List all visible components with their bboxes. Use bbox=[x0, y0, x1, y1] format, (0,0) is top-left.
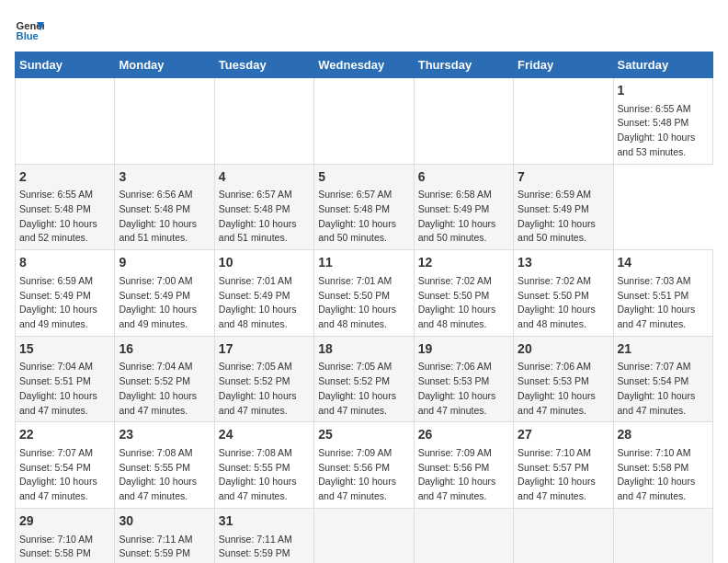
day-info: Sunrise: 7:05 AM Sunset: 5:52 PM Dayligh… bbox=[318, 360, 409, 418]
day-info: Sunrise: 7:08 AM Sunset: 5:55 PM Dayligh… bbox=[119, 446, 210, 504]
cell-3-6: 21Sunrise: 7:07 AM Sunset: 5:54 PM Dayli… bbox=[613, 336, 712, 422]
day-info: Sunrise: 6:59 AM Sunset: 5:49 PM Dayligh… bbox=[19, 274, 110, 332]
day-info: Sunrise: 7:09 AM Sunset: 5:56 PM Dayligh… bbox=[318, 446, 409, 504]
day-number: 4 bbox=[219, 168, 310, 187]
cell-1-4: 6Sunrise: 6:58 AM Sunset: 5:49 PM Daylig… bbox=[414, 164, 513, 250]
day-info: Sunrise: 6:57 AM Sunset: 5:48 PM Dayligh… bbox=[318, 188, 409, 246]
day-number: 8 bbox=[19, 254, 110, 272]
day-number: 15 bbox=[19, 340, 110, 359]
cell-0-6: 1Sunrise: 6:55 AM Sunset: 5:48 PM Daylig… bbox=[613, 78, 712, 165]
day-number: 18 bbox=[318, 340, 409, 359]
col-wednesday: Wednesday bbox=[314, 52, 414, 78]
day-number: 22 bbox=[19, 426, 110, 444]
day-number: 14 bbox=[618, 254, 709, 272]
calendar-table: Sunday Monday Tuesday Wednesday Thursday… bbox=[15, 52, 713, 563]
day-info: Sunrise: 7:02 AM Sunset: 5:50 PM Dayligh… bbox=[418, 274, 509, 332]
cell-4-5: 27Sunrise: 7:10 AM Sunset: 5:57 PM Dayli… bbox=[514, 422, 613, 509]
day-number: 7 bbox=[518, 168, 609, 187]
logo: General Blue bbox=[15, 15, 48, 44]
col-saturday: Saturday bbox=[613, 52, 712, 78]
day-number: 28 bbox=[618, 426, 709, 444]
cell-1-2: 4Sunrise: 6:57 AM Sunset: 5:48 PM Daylig… bbox=[214, 164, 313, 250]
week-row-0: 1Sunrise: 6:55 AM Sunset: 5:48 PM Daylig… bbox=[16, 78, 713, 165]
day-number: 30 bbox=[119, 512, 210, 531]
cell-2-6: 14Sunrise: 7:03 AM Sunset: 5:51 PM Dayli… bbox=[613, 250, 712, 337]
day-number: 16 bbox=[119, 340, 210, 359]
week-row-1: 2Sunrise: 6:55 AM Sunset: 5:48 PM Daylig… bbox=[16, 164, 713, 250]
day-number: 21 bbox=[618, 340, 709, 359]
col-tuesday: Tuesday bbox=[214, 52, 313, 78]
cell-0-1 bbox=[115, 78, 214, 165]
cell-5-4 bbox=[414, 508, 513, 563]
cell-3-4: 19Sunrise: 7:06 AM Sunset: 5:53 PM Dayli… bbox=[414, 336, 513, 422]
day-number: 27 bbox=[518, 426, 609, 444]
day-number: 17 bbox=[219, 340, 310, 359]
day-info: Sunrise: 7:04 AM Sunset: 5:51 PM Dayligh… bbox=[19, 360, 110, 418]
day-info: Sunrise: 6:59 AM Sunset: 5:49 PM Dayligh… bbox=[518, 188, 609, 246]
cell-4-4: 26Sunrise: 7:09 AM Sunset: 5:56 PM Dayli… bbox=[414, 422, 513, 509]
cell-3-3: 18Sunrise: 7:05 AM Sunset: 5:52 PM Dayli… bbox=[314, 336, 414, 422]
week-row-3: 15Sunrise: 7:04 AM Sunset: 5:51 PM Dayli… bbox=[16, 336, 713, 422]
cell-5-6 bbox=[613, 508, 712, 563]
day-number: 31 bbox=[219, 512, 310, 531]
page-header: General Blue bbox=[15, 15, 713, 44]
cell-4-0: 22Sunrise: 7:07 AM Sunset: 5:54 PM Dayli… bbox=[16, 422, 115, 509]
day-number: 25 bbox=[318, 426, 409, 444]
cell-1-0: 2Sunrise: 6:55 AM Sunset: 5:48 PM Daylig… bbox=[16, 164, 115, 250]
day-info: Sunrise: 7:10 AM Sunset: 5:57 PM Dayligh… bbox=[518, 446, 609, 504]
cell-2-1: 9Sunrise: 7:00 AM Sunset: 5:49 PM Daylig… bbox=[115, 250, 214, 337]
cell-1-1: 3Sunrise: 6:56 AM Sunset: 5:48 PM Daylig… bbox=[115, 164, 214, 250]
day-number: 13 bbox=[518, 254, 609, 272]
cell-3-5: 20Sunrise: 7:06 AM Sunset: 5:53 PM Dayli… bbox=[514, 336, 613, 422]
week-row-5: 29Sunrise: 7:10 AM Sunset: 5:58 PM Dayli… bbox=[16, 508, 713, 563]
cell-2-4: 12Sunrise: 7:02 AM Sunset: 5:50 PM Dayli… bbox=[414, 250, 513, 337]
cell-0-4 bbox=[414, 78, 513, 165]
cell-2-2: 10Sunrise: 7:01 AM Sunset: 5:49 PM Dayli… bbox=[214, 250, 313, 337]
calendar-body: 1Sunrise: 6:55 AM Sunset: 5:48 PM Daylig… bbox=[16, 78, 713, 564]
day-info: Sunrise: 7:00 AM Sunset: 5:49 PM Dayligh… bbox=[119, 274, 210, 332]
day-info: Sunrise: 7:04 AM Sunset: 5:52 PM Dayligh… bbox=[119, 360, 210, 418]
day-number: 2 bbox=[19, 168, 110, 187]
day-number: 29 bbox=[19, 512, 110, 531]
cell-2-5: 13Sunrise: 7:02 AM Sunset: 5:50 PM Dayli… bbox=[514, 250, 613, 337]
day-info: Sunrise: 7:11 AM Sunset: 5:59 PM Dayligh… bbox=[119, 533, 210, 563]
cell-5-3 bbox=[314, 508, 414, 563]
day-number: 1 bbox=[618, 82, 709, 100]
week-row-2: 8Sunrise: 6:59 AM Sunset: 5:49 PM Daylig… bbox=[16, 250, 713, 337]
cell-5-1: 30Sunrise: 7:11 AM Sunset: 5:59 PM Dayli… bbox=[115, 508, 214, 563]
day-number: 19 bbox=[418, 340, 509, 359]
cell-0-5 bbox=[514, 78, 613, 165]
day-info: Sunrise: 7:09 AM Sunset: 5:56 PM Dayligh… bbox=[418, 446, 509, 504]
day-info: Sunrise: 6:56 AM Sunset: 5:48 PM Dayligh… bbox=[119, 188, 210, 246]
day-info: Sunrise: 7:06 AM Sunset: 5:53 PM Dayligh… bbox=[418, 360, 509, 418]
col-monday: Monday bbox=[115, 52, 214, 78]
day-number: 11 bbox=[318, 254, 409, 272]
day-number: 26 bbox=[418, 426, 509, 444]
cell-3-1: 16Sunrise: 7:04 AM Sunset: 5:52 PM Dayli… bbox=[115, 336, 214, 422]
day-info: Sunrise: 7:05 AM Sunset: 5:52 PM Dayligh… bbox=[219, 360, 310, 418]
logo-icon: General Blue bbox=[15, 15, 44, 44]
day-info: Sunrise: 7:10 AM Sunset: 5:58 PM Dayligh… bbox=[618, 446, 709, 504]
cell-3-0: 15Sunrise: 7:04 AM Sunset: 5:51 PM Dayli… bbox=[16, 336, 115, 422]
cell-4-2: 24Sunrise: 7:08 AM Sunset: 5:55 PM Dayli… bbox=[214, 422, 313, 509]
header-row: Sunday Monday Tuesday Wednesday Thursday… bbox=[16, 52, 713, 78]
cell-5-5 bbox=[514, 508, 613, 563]
cell-0-3 bbox=[314, 78, 414, 165]
col-sunday: Sunday bbox=[16, 52, 115, 78]
day-number: 9 bbox=[119, 254, 210, 272]
day-info: Sunrise: 6:57 AM Sunset: 5:48 PM Dayligh… bbox=[219, 188, 310, 246]
day-number: 20 bbox=[518, 340, 609, 359]
day-number: 23 bbox=[119, 426, 210, 444]
day-number: 12 bbox=[418, 254, 509, 272]
cell-0-2 bbox=[214, 78, 313, 165]
day-number: 3 bbox=[119, 168, 210, 187]
col-friday: Friday bbox=[514, 52, 613, 78]
cell-2-0: 8Sunrise: 6:59 AM Sunset: 5:49 PM Daylig… bbox=[16, 250, 115, 337]
day-info: Sunrise: 7:03 AM Sunset: 5:51 PM Dayligh… bbox=[618, 274, 709, 332]
day-info: Sunrise: 6:58 AM Sunset: 5:49 PM Dayligh… bbox=[418, 188, 509, 246]
calendar-header: Sunday Monday Tuesday Wednesday Thursday… bbox=[16, 52, 713, 78]
day-number: 24 bbox=[219, 426, 310, 444]
day-info: Sunrise: 7:10 AM Sunset: 5:58 PM Dayligh… bbox=[19, 533, 110, 563]
day-info: Sunrise: 7:08 AM Sunset: 5:55 PM Dayligh… bbox=[219, 446, 310, 504]
cell-1-3: 5Sunrise: 6:57 AM Sunset: 5:48 PM Daylig… bbox=[314, 164, 414, 250]
